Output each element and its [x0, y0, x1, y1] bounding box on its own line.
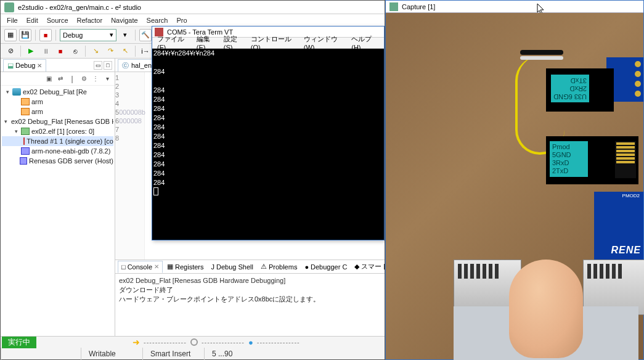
- close-icon[interactable]: ✕: [37, 62, 42, 69]
- pmod-silk: PMOD2: [622, 193, 640, 198]
- console-body[interactable]: ex02 Debug_Flat [Renesas GDB Hardware De…: [115, 274, 385, 336]
- chip2-label: Pmod 5GND 3RxD 2TxD: [550, 141, 588, 177]
- term-line: 284¥r¥n284¥r¥n284: [153, 49, 383, 58]
- wire-black: [520, 50, 563, 55]
- step-over-icon[interactable]: ↷: [104, 45, 116, 57]
- tt-menubar[interactable]: ファイル(F)編集(E)設定(S)コントロール(O)ウィンドウ(W)ヘルプ(H): [152, 38, 384, 49]
- camera-photo: U33 6GND 2RxD 3TxD Pmod 5GND 3RxD 2TxD R…: [386, 13, 643, 359]
- term-line: 284: [153, 160, 383, 169]
- step-into-icon[interactable]: ↘: [89, 45, 102, 57]
- debug-view-toolbar: ▣ ⇄ | ⚙ ⋮ ▾: [1, 72, 115, 86]
- collapse-icon[interactable]: ▣: [44, 74, 54, 84]
- tree-node[interactable]: Thread #1 1 (single core) [co: [2, 136, 113, 146]
- e2-statusbar: 実行中 ➜ --------------- --------------- ● …: [1, 336, 385, 359]
- cap-title: Capture [1]: [402, 3, 435, 10]
- tree-node[interactable]: ▾ex02 Debug_Flat [Renesas GDB Ha: [2, 117, 113, 126]
- menu-source[interactable]: Source: [47, 17, 68, 24]
- step-return-icon[interactable]: ↖: [119, 45, 131, 57]
- link-icon[interactable]: ⇄: [55, 74, 65, 84]
- running-pill: 実行中: [2, 337, 36, 348]
- term-line: 284: [153, 86, 383, 95]
- tool2-icon[interactable]: ⋮: [91, 74, 100, 84]
- tt-terminal[interactable]: 284¥r¥n284¥r¥n28428428428428428428428428…: [152, 49, 384, 240]
- tree-node[interactable]: arm-none-eabi-gdb (7.8.2): [2, 146, 113, 156]
- tab--[interactable]: ◆スマート・ブラ: [351, 261, 385, 273]
- cap-app-icon: [389, 2, 398, 11]
- tab-registers[interactable]: ▦Registers: [164, 261, 206, 273]
- tree-node[interactable]: ▾ex02.elf [1] [cores: 0]: [2, 126, 113, 136]
- resume-icon[interactable]: ▶: [25, 45, 37, 57]
- e2-menubar[interactable]: FileEditSourceRefactorNavigateSearchPro: [1, 14, 385, 27]
- status-insert: Smart Insert: [142, 348, 204, 360]
- term-line: 284: [153, 178, 383, 187]
- tab-problems[interactable]: ⚠Problems: [258, 261, 300, 273]
- console-line: ハードウェア・ブレークポイントをアドレス0x8bcに設定します。: [119, 295, 381, 304]
- renesas-logo: RENE: [611, 245, 641, 256]
- wire-white: [520, 56, 563, 60]
- stop-icon[interactable]: ■: [39, 29, 52, 41]
- config-label: Debug: [63, 31, 83, 39]
- menu-icon[interactable]: ▾: [102, 74, 112, 84]
- term-line: [153, 76, 383, 86]
- teraterm-window: COM5 - Tera Term VT ファイル(F)編集(E)設定(S)コント…: [152, 26, 385, 240]
- maximize-icon[interactable]: □: [104, 61, 112, 70]
- grid-icon[interactable]: ▦: [4, 29, 17, 41]
- term-line: 284: [153, 132, 383, 141]
- tree-node[interactable]: arm: [2, 97, 113, 107]
- menu-pro[interactable]: Pro: [176, 17, 187, 24]
- term-line: 284: [153, 104, 383, 113]
- term-line: 284: [153, 67, 383, 76]
- debug-view: ⬓ Debug ✕ ▭ □ ▣ ⇄ | ⚙ ⋮ ▾ ▾ ex02 Debug_F…: [1, 59, 115, 336]
- menu-search[interactable]: Search: [147, 17, 168, 24]
- tree-node[interactable]: ▾ ex02 Debug_Flat [Re: [2, 87, 113, 97]
- debug-tree[interactable]: ▾ ex02 Debug_Flat [Rearmarm▾ex02 Debug_F…: [1, 86, 115, 336]
- progress-circle-icon: [190, 338, 198, 346]
- term-line: [153, 58, 383, 67]
- disconnect-icon[interactable]: ⎋: [69, 45, 81, 57]
- menu-edit[interactable]: Edit: [26, 17, 38, 24]
- tab-debug[interactable]: ⬓ Debug ✕: [3, 59, 46, 72]
- term-line: 284: [153, 141, 383, 150]
- term-line: 284: [153, 123, 383, 132]
- config-select[interactable]: Debug ▾: [60, 29, 116, 41]
- terminate-icon[interactable]: ■: [54, 45, 67, 57]
- debug-tab-label: Debug: [15, 62, 35, 69]
- term-line: 284: [153, 95, 383, 104]
- e2-app-icon: [4, 2, 14, 12]
- progress-dot-icon: ●: [248, 338, 253, 347]
- tab-debug-shell[interactable]: JDebug Shell: [208, 261, 256, 273]
- menu-file[interactable]: File: [7, 17, 18, 24]
- tab-console[interactable]: □Console✕: [118, 261, 163, 273]
- cap-titlebar[interactable]: Capture [1]: [386, 1, 643, 13]
- status-pos: 5 ...90: [204, 348, 266, 360]
- suspend-icon[interactable]: ⏸: [39, 45, 52, 57]
- console-line: ダウンロード終了: [119, 285, 381, 295]
- term-line: 284: [153, 150, 383, 160]
- minimize-icon[interactable]: ▭: [94, 61, 102, 70]
- term-line: 284: [153, 113, 383, 123]
- console-header: ex02 Debug_Flat [Renesas GDB Hardware De…: [119, 276, 381, 285]
- progress-arrow-icon: ➜: [132, 337, 140, 347]
- menu-navigate[interactable]: Navigate: [111, 17, 137, 24]
- save-icon[interactable]: 💾: [19, 29, 31, 41]
- e2-title: e2studio - ex02/ra_gen/main.c - e² studi…: [18, 4, 141, 11]
- instr-step-icon[interactable]: i→: [139, 45, 152, 57]
- chip1-label: U33 6GND 2RxD 3TxD: [551, 75, 589, 102]
- launch-dropdown-icon[interactable]: ▾: [119, 29, 131, 41]
- term-line: 284: [153, 169, 383, 178]
- skip-bkpt-icon[interactable]: ⊘: [4, 45, 17, 57]
- bottom-views: □Console✕▦RegistersJDebug Shell⚠Problems…: [115, 260, 385, 336]
- status-writable: Writable: [81, 348, 142, 360]
- menu-refactor[interactable]: Refactor: [77, 17, 103, 24]
- build-icon[interactable]: 🔨: [139, 29, 152, 41]
- chevron-down-icon: ▾: [110, 31, 113, 39]
- renesas-board: RENE PMOD2: [594, 192, 643, 260]
- capture-window: Capture [1] U33 6GND 2RxD 3TxD: [385, 0, 644, 360]
- progress-dashes: ---------------: [144, 338, 187, 346]
- tool-icon[interactable]: ⚙: [79, 74, 89, 84]
- finger: [509, 260, 583, 358]
- tree-node[interactable]: arm: [2, 107, 113, 117]
- tree-node[interactable]: Renesas GDB server (Host): [2, 156, 113, 166]
- tab-debugger-c[interactable]: ●Debugger C: [301, 261, 350, 273]
- e2-titlebar: e2studio - ex02/ra_gen/main.c - e² studi…: [1, 1, 385, 14]
